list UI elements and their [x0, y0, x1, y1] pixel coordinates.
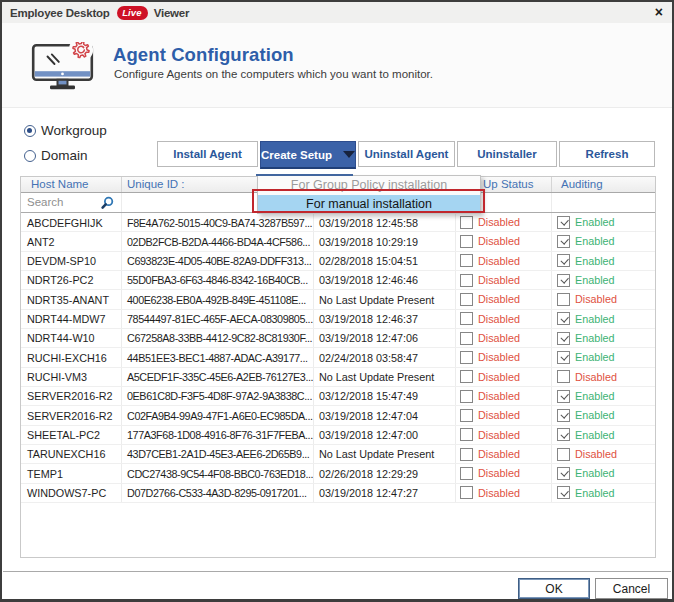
cell-unique-id: 0EB61C8D-F3F5-4D8F-97A2-9A3838C...: [122, 387, 314, 405]
auditing-checkbox[interactable]: [557, 486, 570, 499]
table-row[interactable]: SHEETAL-PC2177A3F68-1D08-4916-8F76-31F7F…: [21, 426, 655, 445]
up-status-checkbox[interactable]: [460, 254, 473, 267]
install-agent-button[interactable]: Install Agent: [157, 141, 258, 167]
auditing-checkbox[interactable]: [557, 274, 570, 287]
table-row[interactable]: NDRT44-MDW778544497-81EC-465F-AECA-08309…: [21, 310, 655, 329]
col-header-host-name[interactable]: Host Name: [21, 177, 122, 192]
auditing-checkbox[interactable]: [557, 351, 570, 364]
cell-unique-id: C67258A8-33BB-4412-9C82-8C81930F...: [122, 329, 314, 347]
cell-last-update: No Last Update Present: [314, 290, 456, 308]
up-status-checkbox[interactable]: [460, 428, 473, 441]
up-status-cell: Disabled: [456, 464, 552, 482]
cell-last-update: 03/19/2018 12:45:58: [314, 213, 456, 231]
create-setup-label: Create Setup: [261, 149, 332, 161]
radio-domain-circle[interactable]: [24, 150, 36, 162]
cell-host-name: RUCHI-EXCH16: [21, 348, 122, 366]
up-status-cell: Disabled: [456, 484, 552, 502]
up-status-checkbox[interactable]: [460, 312, 473, 325]
table-row[interactable]: ABCDEFGHIJKF8E4A762-5015-40C9-BA74-3287B…: [21, 213, 655, 232]
table-row[interactable]: SERVER2016-R20EB61C8D-F3F5-4D8F-97A2-9A3…: [21, 387, 655, 406]
table-row[interactable]: TEMP1CDC27438-9C54-4F08-BBC0-763ED18...0…: [21, 464, 655, 483]
cell-unique-id: 177A3F68-1D08-4916-8F76-31F7FEBA...: [122, 426, 314, 444]
auditing-checkbox[interactable]: [557, 216, 570, 229]
auditing-checkbox[interactable]: [557, 254, 570, 267]
auditing-checkbox[interactable]: [557, 390, 570, 403]
auditing-checkbox[interactable]: [557, 293, 570, 306]
refresh-button[interactable]: Refresh: [559, 141, 655, 167]
search-icon[interactable]: [100, 196, 114, 210]
auditing-label: Enabled: [575, 332, 615, 344]
cell-last-update: 03/19/2018 12:47:27: [314, 484, 456, 502]
page-title: Agent Configuration: [113, 44, 294, 66]
cell-last-update: 03/12/2018 15:47:49: [314, 387, 456, 405]
up-status-checkbox[interactable]: [460, 351, 473, 364]
search-row-cell: [552, 193, 655, 212]
table-row[interactable]: ANT202DB2FCB-B2DA-4466-BD4A-4CF586...03/…: [21, 232, 655, 251]
up-status-checkbox[interactable]: [460, 467, 473, 480]
auditing-label: Enabled: [575, 487, 615, 499]
radio-workgroup-circle[interactable]: [24, 125, 36, 137]
up-status-checkbox[interactable]: [460, 390, 473, 403]
radio-workgroup-label: Workgroup: [41, 123, 107, 138]
up-status-label: Disabled: [478, 235, 520, 247]
cell-unique-id: 44B51EE3-BEC1-4887-ADAC-A39177...: [122, 348, 314, 366]
cell-host-name: TARUNEXCH16: [21, 445, 122, 463]
up-status-checkbox[interactable]: [460, 216, 473, 229]
cell-last-update: 02/28/2018 15:04:51: [314, 252, 456, 270]
cell-last-update: 03/19/2018 12:46:46: [314, 271, 456, 289]
table-row[interactable]: DEVDM-SP10C693823E-4D05-40BE-82A9-DDFF31…: [21, 252, 655, 271]
up-status-label: Disabled: [478, 293, 520, 305]
create-setup-button[interactable]: Create Setup: [260, 141, 356, 169]
radio-domain-label: Domain: [41, 148, 88, 163]
header-band: Agent Configuration Configure Agents on …: [2, 23, 672, 108]
monitor-gear-icon: [31, 42, 97, 96]
up-status-checkbox[interactable]: [460, 448, 473, 461]
radio-workgroup[interactable]: Workgroup: [24, 123, 107, 138]
up-status-checkbox[interactable]: [460, 274, 473, 287]
auditing-checkbox[interactable]: [557, 448, 570, 461]
search-cell[interactable]: Search: [21, 193, 122, 212]
table-row[interactable]: WINDOWS7-PCD07D2766-C533-4A3D-8295-09172…: [21, 484, 655, 503]
table-row[interactable]: NDRT44-W10C67258A8-33BB-4412-9C82-8C8193…: [21, 329, 655, 348]
radio-domain[interactable]: Domain: [24, 148, 88, 163]
window-title-right: Viewer: [154, 7, 190, 19]
cell-last-update: No Last Update Present: [314, 445, 456, 463]
auditing-checkbox[interactable]: [557, 312, 570, 325]
table-body: ABCDEFGHIJKF8E4A762-5015-40C9-BA74-3287B…: [21, 213, 655, 503]
table-row[interactable]: RUCHI-EXCH1644B51EE3-BEC1-4887-ADAC-A391…: [21, 348, 655, 367]
auditing-label: Disabled: [575, 371, 617, 383]
cell-unique-id: 78544497-81EC-465F-AECA-08309805...: [122, 310, 314, 328]
up-status-checkbox[interactable]: [460, 332, 473, 345]
cell-host-name: NDRT44-MDW7: [21, 310, 122, 328]
auditing-label: Enabled: [575, 274, 615, 286]
table-row[interactable]: SERVER2016-R2C02FA9B4-99A9-47F1-A6E0-EC9…: [21, 406, 655, 425]
close-icon[interactable]: ×: [655, 3, 663, 22]
up-status-cell: Disabled: [456, 213, 552, 231]
up-status-label: Disabled: [478, 351, 520, 363]
up-status-checkbox[interactable]: [460, 235, 473, 248]
auditing-cell: Enabled: [552, 387, 655, 405]
auditing-checkbox[interactable]: [557, 235, 570, 248]
uninstall-agent-button[interactable]: Uninstall Agent: [358, 141, 455, 167]
cancel-button[interactable]: Cancel: [595, 578, 668, 599]
up-status-checkbox[interactable]: [460, 409, 473, 422]
auditing-cell: Enabled: [552, 310, 655, 328]
table-row[interactable]: TARUNEXCH1643D7CEB1-2A1D-45E3-AEE6-2D65B…: [21, 445, 655, 464]
up-status-checkbox[interactable]: [460, 370, 473, 383]
auditing-checkbox[interactable]: [557, 370, 570, 383]
col-header-auditing[interactable]: Auditing: [552, 177, 655, 192]
auditing-checkbox[interactable]: [557, 467, 570, 480]
ok-button[interactable]: OK: [518, 578, 590, 599]
uninstaller-button[interactable]: Uninstaller: [457, 141, 557, 167]
up-status-checkbox[interactable]: [460, 293, 473, 306]
auditing-checkbox[interactable]: [557, 332, 570, 345]
search-input[interactable]: Search: [27, 196, 63, 208]
table-row[interactable]: RUCHI-VM3A5CEDF1F-335C-45E6-A2EB-76127E3…: [21, 368, 655, 387]
page-subtitle: Configure Agents on the computers which …: [114, 68, 433, 80]
table-row[interactable]: NDRT26-PC255D0FBA3-6F63-4846-8342-16B40C…: [21, 271, 655, 290]
table-row[interactable]: NDRT35-ANANT400E6238-EB0A-492B-849E-4511…: [21, 290, 655, 309]
auditing-checkbox[interactable]: [557, 428, 570, 441]
auditing-checkbox[interactable]: [557, 409, 570, 422]
up-status-checkbox[interactable]: [460, 486, 473, 499]
cell-unique-id: 55D0FBA3-6F63-4846-8342-16B40CB...: [122, 271, 314, 289]
